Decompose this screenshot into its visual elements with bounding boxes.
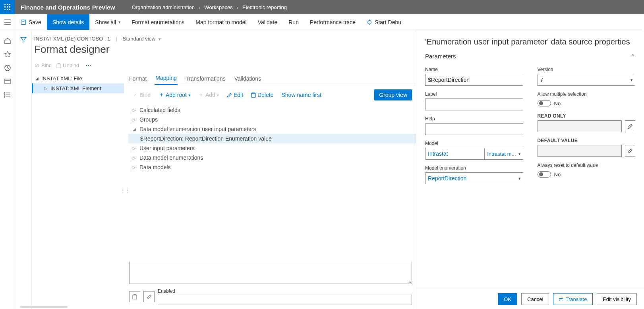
- tree-node-root[interactable]: ◢ INSTAT XML: File: [32, 73, 124, 83]
- map-node-calculated-fields[interactable]: ▷ Calculated fields: [128, 105, 416, 115]
- add-button[interactable]: ＋ Add ▾: [195, 90, 222, 100]
- read-only-edit-button[interactable]: [625, 120, 635, 132]
- map-node-report-direction[interactable]: $ReportDirection: ReportDirection Enumer…: [128, 134, 416, 143]
- edit-visibility-button[interactable]: Edit visibility: [597, 293, 637, 305]
- unbind-button[interactable]: Unbind: [56, 62, 79, 68]
- reset-value: No: [554, 172, 561, 178]
- show-details-button[interactable]: Show details: [47, 14, 89, 30]
- parameters-section-header[interactable]: Parameters ⌃: [416, 49, 644, 61]
- tab-format[interactable]: Format: [128, 73, 147, 85]
- svg-rect-2: [9, 4, 10, 5]
- map-format-to-model-button[interactable]: Map format to model: [190, 14, 252, 30]
- performance-trace-button[interactable]: Performance trace: [304, 14, 361, 30]
- cancel-button[interactable]: Cancel: [521, 293, 549, 305]
- bind-button[interactable]: Bind: [129, 90, 154, 100]
- tree-node-instat-element[interactable]: ▷ INSTAT: XML Element: [32, 83, 124, 93]
- default-value-edit-button[interactable]: [625, 145, 635, 157]
- svg-point-25: [4, 97, 5, 97]
- help-icon[interactable]: ?: [635, 3, 639, 12]
- breadcrumb-item[interactable]: Organization administration: [132, 4, 195, 10]
- start-debug-button[interactable]: Start Debu: [361, 14, 407, 30]
- allow-multi-value: No: [554, 100, 561, 106]
- ok-button[interactable]: OK: [498, 293, 517, 305]
- expand-icon: ▷: [132, 156, 136, 160]
- expand-icon: ▷: [132, 146, 136, 151]
- label-label: Label: [425, 91, 523, 97]
- list-icon[interactable]: [4, 91, 11, 98]
- edit-button[interactable]: Edit: [224, 90, 246, 100]
- label-input[interactable]: [425, 98, 523, 110]
- flyout-title: 'Enumeration user input parameter' data …: [416, 30, 644, 49]
- chevron-down-icon: ▾: [217, 93, 219, 97]
- command-bar: Save Show details Show all ▾ Format enum…: [0, 14, 644, 30]
- home-icon[interactable]: [4, 37, 11, 44]
- model-input[interactable]: [425, 148, 484, 160]
- edit-expression-button[interactable]: [143, 291, 155, 302]
- svg-point-23: [4, 93, 5, 93]
- svg-rect-4: [7, 6, 8, 8]
- chevron-up-icon: ⌃: [630, 53, 635, 60]
- tab-transformations[interactable]: Transformations: [185, 73, 226, 85]
- left-nav: [0, 30, 15, 309]
- name-input[interactable]: [425, 74, 523, 86]
- help-input[interactable]: [425, 123, 523, 135]
- delete-expression-button[interactable]: [129, 291, 140, 302]
- map-node-data-model-enum-params[interactable]: ◢ Data model enumeration user input para…: [128, 124, 416, 134]
- tab-mapping[interactable]: Mapping: [155, 72, 178, 85]
- default-value-input[interactable]: [538, 145, 622, 157]
- help-label: Help: [425, 116, 523, 122]
- model-enum-input[interactable]: [425, 172, 523, 184]
- more-actions-button[interactable]: ···: [84, 61, 93, 70]
- validate-button[interactable]: Validate: [252, 14, 283, 30]
- show-details-label: Show details: [52, 19, 84, 25]
- breadcrumb: Organization administration › Workspaces…: [121, 4, 287, 10]
- form-icon[interactable]: [4, 78, 11, 85]
- breadcrumb-item[interactable]: Workspaces: [204, 4, 232, 10]
- group-view-button[interactable]: Group view: [374, 89, 412, 100]
- star-icon[interactable]: [4, 51, 11, 58]
- reset-toggle[interactable]: [538, 171, 551, 178]
- page-title: Format designer: [32, 42, 416, 57]
- tab-strip: Format Mapping Transformations Validatio…: [127, 72, 416, 85]
- map-node-data-models[interactable]: ▷ Data models: [128, 162, 416, 172]
- expression-textarea[interactable]: [129, 262, 412, 284]
- version-input[interactable]: [538, 74, 636, 86]
- allow-multi-label: Allow multiple selection: [538, 91, 636, 97]
- svg-rect-3: [4, 6, 6, 8]
- model-more-link[interactable]: Intrastat m... ▾: [484, 148, 523, 160]
- chevron-down-icon: ▾: [118, 20, 120, 24]
- translate-button[interactable]: ⇄ Translate: [553, 293, 593, 305]
- allow-multi-toggle[interactable]: [538, 100, 551, 106]
- svg-rect-8: [9, 9, 10, 10]
- clock-icon[interactable]: [4, 64, 11, 71]
- show-name-first-button[interactable]: Show name first: [278, 90, 324, 100]
- bind-button[interactable]: Bind: [34, 62, 52, 68]
- map-node-user-input-params[interactable]: ▷ User input parameters: [128, 143, 416, 153]
- model-label: Model: [425, 141, 523, 146]
- map-node-data-model-enums[interactable]: ▷ Data model enumerations: [128, 153, 416, 162]
- read-only-input[interactable]: [538, 120, 622, 132]
- collapse-icon: ◢: [132, 127, 136, 131]
- breadcrumb-item[interactable]: Electronic reporting: [242, 4, 287, 10]
- horizontal-scrollbar[interactable]: [20, 306, 68, 308]
- save-button[interactable]: Save: [15, 14, 47, 30]
- delete-button[interactable]: Delete: [248, 90, 277, 100]
- app-bar: Finance and Operations Preview Organizat…: [0, 0, 644, 14]
- waffle-button[interactable]: [0, 0, 15, 14]
- show-all-button[interactable]: Show all ▾: [89, 14, 126, 30]
- filter-icon[interactable]: [20, 37, 27, 309]
- format-enumerations-button[interactable]: Format enumerations: [126, 14, 190, 30]
- tab-validations[interactable]: Validations: [234, 73, 262, 85]
- chevron-right-icon: ›: [199, 4, 200, 10]
- view-selector[interactable]: Standard view ▾: [123, 36, 161, 42]
- enabled-field[interactable]: [158, 295, 412, 305]
- reset-label: Always reset to default value: [538, 162, 636, 168]
- add-root-button[interactable]: ＋ Add root ▾: [155, 90, 193, 100]
- hamburger-button[interactable]: [0, 14, 15, 30]
- bottom-editor: Enabled: [127, 262, 416, 309]
- model-lookup[interactable]: Intrastat m... ▾: [425, 148, 523, 160]
- run-button[interactable]: Run: [283, 14, 304, 30]
- svg-rect-5: [9, 6, 10, 8]
- chevron-down-icon: ▾: [157, 37, 161, 41]
- map-node-groups[interactable]: ▷ Groups: [128, 115, 416, 124]
